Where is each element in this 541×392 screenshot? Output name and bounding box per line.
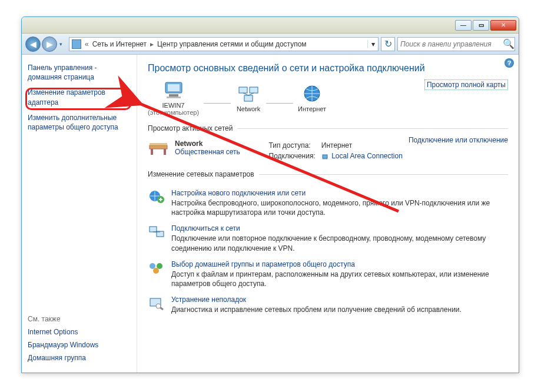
svg-point-24 xyxy=(153,268,159,274)
search-icon[interactable]: 🔍 xyxy=(503,38,515,49)
task-new-connection-link[interactable]: Настройка нового подключения или сети xyxy=(171,189,508,197)
control-panel-window: — ▭ ✕ ◀ ▶ ▾ « Сеть и Интернет ▸ Центр уп… xyxy=(21,16,519,373)
map-computer-sublabel: (этот компьютер) xyxy=(148,109,199,116)
svg-rect-6 xyxy=(244,95,253,101)
svg-rect-14 xyxy=(323,155,327,158)
maximize-button[interactable]: ▭ xyxy=(473,20,489,31)
see-full-map-link[interactable]: Просмотр полной карты xyxy=(424,79,508,90)
network-entry: Network Общественная сеть Тип доступа: И… xyxy=(148,139,409,162)
help-button[interactable]: ? xyxy=(505,58,514,68)
new-connection-icon xyxy=(148,189,165,204)
address-dropdown[interactable]: ▾ xyxy=(367,40,378,48)
minimize-button[interactable]: — xyxy=(455,20,472,31)
task-new-connection: Настройка нового подключения или сети На… xyxy=(148,189,508,217)
svg-point-23 xyxy=(157,263,162,269)
network-name: Network xyxy=(175,139,240,148)
task-troubleshoot-desc: Диагностика и исправление сетевых пробле… xyxy=(171,305,462,314)
svg-point-22 xyxy=(150,263,155,269)
see-also-header: См. также xyxy=(28,315,131,323)
connect-network-icon xyxy=(148,224,165,240)
active-networks-section: Просмотр активных сетей Подключение или … xyxy=(148,124,508,162)
map-internet-label: Интернет xyxy=(298,105,326,112)
navigation-toolbar: ◀ ▶ ▾ « Сеть и Интернет ▸ Центр управлен… xyxy=(22,34,519,55)
homegroup-icon xyxy=(148,260,165,275)
breadcrumb-prefix[interactable]: « xyxy=(84,40,90,48)
change-adapter-settings-link[interactable]: Изменение параметров адаптера xyxy=(28,88,131,107)
globe-icon xyxy=(299,83,325,104)
internet-options-link[interactable]: Internet Options xyxy=(28,328,131,336)
change-settings-header: Изменение сетевых параметров xyxy=(148,170,259,178)
access-type-label: Тип доступа: xyxy=(269,141,320,150)
homegroup-link[interactable]: Домашняя группа xyxy=(28,354,131,362)
connection-link[interactable]: Local Area Connection xyxy=(331,152,403,160)
network-icon xyxy=(235,83,261,104)
forward-button[interactable]: ▶ xyxy=(42,36,57,52)
task-new-connection-desc: Настройка беспроводного, широкополосного… xyxy=(171,198,508,217)
map-computer-label: IEWIN7 xyxy=(148,102,199,109)
troubleshoot-icon xyxy=(148,295,165,311)
network-properties: Тип доступа: Интернет Подключения: Local… xyxy=(268,139,409,162)
task-troubleshoot-link[interactable]: Устранение неполадок xyxy=(171,295,462,304)
network-map: IEWIN7 (этот компьютер) Network xyxy=(148,79,326,116)
svg-rect-11 xyxy=(151,149,153,155)
network-map-row: IEWIN7 (этот компьютер) Network xyxy=(148,79,508,116)
task-homegroup-desc: Доступ к файлам и принтерам, расположенн… xyxy=(171,270,508,288)
ethernet-icon xyxy=(321,153,328,160)
svg-point-26 xyxy=(156,304,161,308)
task-homegroup: Выбор домашней группы и параметров общег… xyxy=(148,260,508,288)
back-button[interactable]: ◀ xyxy=(25,36,41,52)
change-advanced-sharing-link[interactable]: Изменить дополнительные параметры общего… xyxy=(28,113,131,132)
titlebar: — ▭ ✕ xyxy=(22,17,519,34)
svg-rect-1 xyxy=(168,84,180,91)
control-panel-home-link[interactable]: Панель управления - домашняя страница xyxy=(28,63,131,82)
left-sidebar: Панель управления - домашняя страница Из… xyxy=(22,55,137,373)
map-internet: Интернет xyxy=(298,83,326,112)
svg-rect-12 xyxy=(164,149,166,155)
svg-rect-20 xyxy=(150,227,157,232)
svg-rect-13 xyxy=(150,143,167,145)
svg-rect-3 xyxy=(167,97,181,98)
task-connect-network: Подключиться к сети Подключение или повт… xyxy=(148,224,508,253)
map-network: Network xyxy=(235,83,261,112)
active-networks-header: Просмотр активных сетей xyxy=(148,124,237,132)
svg-rect-2 xyxy=(169,94,178,97)
windows-firewall-link[interactable]: Брандмауэр Windows xyxy=(28,341,131,349)
svg-line-7 xyxy=(243,93,248,95)
page-title: Просмотр основных сведений о сети и наст… xyxy=(148,63,508,74)
map-network-label: Network xyxy=(235,105,261,112)
bench-icon xyxy=(148,139,169,157)
connections-label: Подключения: xyxy=(269,151,320,161)
svg-rect-5 xyxy=(250,87,258,93)
access-type-value: Интернет xyxy=(321,141,407,150)
connect-disconnect-link[interactable]: Подключение или отключение xyxy=(409,136,508,144)
svg-line-8 xyxy=(248,93,254,95)
computer-icon xyxy=(161,79,187,101)
window-body: Панель управления - домашняя страница Из… xyxy=(22,55,519,373)
refresh-button[interactable]: ↻ xyxy=(381,37,395,51)
network-type-link[interactable]: Общественная сеть xyxy=(175,148,240,156)
history-dropdown[interactable]: ▾ xyxy=(58,41,67,47)
map-this-computer: IEWIN7 (этот компьютер) xyxy=(148,79,199,116)
address-bar[interactable]: « Сеть и Интернет ▸ Центр управления сет… xyxy=(69,37,379,51)
main-content: ? Просмотр основных сведений о сети и на… xyxy=(137,55,519,373)
task-homegroup-link[interactable]: Выбор домашней группы и параметров общег… xyxy=(171,260,508,268)
task-connect-network-desc: Подключение или повторное подключение к … xyxy=(171,234,508,253)
breadcrumb-network[interactable]: Сеть и Интернет xyxy=(90,40,149,48)
change-settings-section: Изменение сетевых параметров Настройка н… xyxy=(148,170,508,314)
breadcrumb-chevron[interactable]: ▸ xyxy=(149,40,155,48)
breadcrumb-sharing-center[interactable]: Центр управления сетями и общим доступом xyxy=(155,40,309,48)
task-troubleshoot: Устранение неполадок Диагностика и испра… xyxy=(148,295,508,314)
search-input[interactable] xyxy=(398,40,503,48)
task-connect-network-link[interactable]: Подключиться к сети xyxy=(171,224,508,232)
map-connector xyxy=(204,103,231,104)
close-button[interactable]: ✕ xyxy=(490,20,516,31)
svg-rect-10 xyxy=(150,145,167,149)
location-icon xyxy=(72,39,81,49)
search-box[interactable]: 🔍 xyxy=(397,37,515,51)
map-connector xyxy=(266,103,293,104)
svg-rect-4 xyxy=(239,87,247,93)
